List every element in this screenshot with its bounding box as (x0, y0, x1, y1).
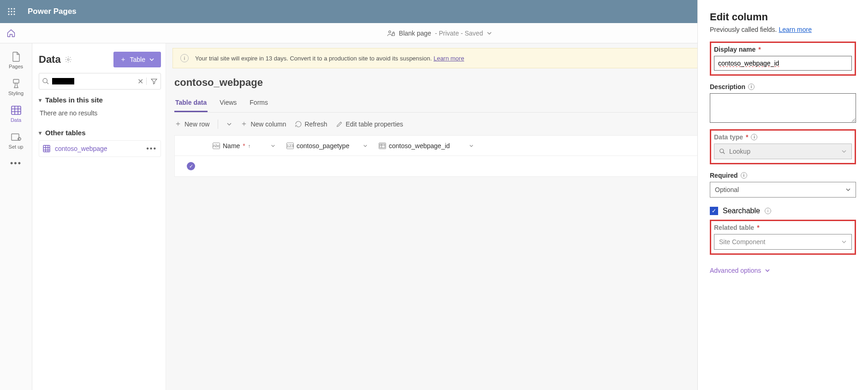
table-search[interactable]: ✕ (39, 73, 161, 90)
related-table-select: Site Component (714, 234, 852, 250)
chevron-down-icon[interactable] (363, 144, 368, 148)
table-icon (43, 145, 50, 152)
chevron-down-icon[interactable] (469, 144, 474, 148)
related-table-label: Related table (714, 224, 754, 231)
svg-point-19 (720, 149, 724, 153)
svg-rect-11 (13, 79, 19, 83)
svg-point-14 (18, 138, 21, 140)
svg-point-9 (389, 30, 391, 33)
new-column-label: New column (250, 120, 286, 128)
advanced-options-toggle[interactable]: Advanced options (710, 267, 856, 274)
svg-point-2 (13, 8, 15, 9)
svg-point-8 (13, 13, 15, 15)
tab-table-data[interactable]: Table data (174, 94, 208, 112)
advanced-options-label: Advanced options (710, 267, 761, 274)
chevron-down-icon[interactable] (271, 144, 275, 148)
search-icon (719, 148, 725, 155)
new-row-split-chevron[interactable] (226, 121, 232, 127)
plus-icon: ＋ (240, 119, 248, 129)
rail-item-pages[interactable]: Pages (0, 48, 32, 73)
pencil-icon (336, 120, 343, 128)
svg-point-7 (11, 13, 12, 15)
lookup-type-icon (379, 143, 386, 149)
info-icon[interactable]: i (741, 172, 747, 179)
table-list-item[interactable]: contoso_webpage ••• (39, 140, 161, 157)
rail-item-data[interactable]: Data (0, 102, 32, 126)
search-query-redacted (52, 78, 74, 84)
rail-label: Styling (8, 90, 24, 96)
flyout-learn-more-link[interactable]: Learn more (779, 26, 812, 33)
related-table-value: Site Component (719, 238, 765, 246)
filter-icon[interactable] (146, 78, 158, 85)
chevron-down-icon: ▾ (39, 130, 42, 136)
banner-text: Your trial site will expire in 13 days. … (195, 55, 432, 62)
side-panel-title: Data (39, 54, 61, 66)
brand-title: Power Pages (28, 7, 77, 16)
rail-label: Pages (9, 64, 23, 69)
chevron-down-icon (841, 149, 847, 154)
rail-label: Data (11, 117, 21, 123)
data-type-label: Data type (714, 133, 743, 141)
rail-item-more[interactable]: ••• (0, 155, 32, 172)
page-name: Blank page (399, 30, 431, 37)
info-icon: i (180, 54, 189, 62)
search-icon (42, 78, 49, 85)
column-header-pagetype[interactable]: 123 contoso_pagetype (281, 142, 373, 150)
svg-point-16 (43, 78, 47, 83)
column-header-name[interactable]: Abc Name* ↑ (207, 142, 281, 150)
page-status[interactable]: Blank page - Private - Saved (387, 29, 492, 37)
sort-asc-icon: ↑ (248, 143, 251, 149)
display-name-label: Display name (714, 46, 755, 53)
col-label: contoso_webpage_id (389, 142, 450, 150)
svg-point-4 (11, 11, 12, 12)
home-icon[interactable] (6, 28, 17, 39)
page-visibility: Private (439, 30, 459, 37)
info-icon[interactable]: i (765, 208, 771, 214)
chevron-down-icon[interactable] (487, 30, 492, 36)
new-table-button[interactable]: ＋ Table (113, 52, 161, 67)
no-results-text: There are no results (39, 108, 161, 123)
rail-label: Set up (9, 144, 24, 150)
section-tables-in-site[interactable]: ▾ Tables in this site (39, 96, 161, 104)
separator (218, 120, 218, 129)
edit-table-properties-button[interactable]: Edit table properties (336, 120, 404, 128)
flyout-subtitle: Previously called fields. (710, 26, 777, 33)
refresh-label: Refresh (305, 120, 327, 128)
info-icon[interactable]: i (748, 84, 755, 90)
gear-icon[interactable] (65, 56, 72, 63)
new-column-button[interactable]: ＋New column (240, 119, 286, 129)
tab-views[interactable]: Views (219, 94, 238, 112)
plus-icon: ＋ (120, 55, 126, 64)
tab-forms[interactable]: Forms (249, 94, 269, 112)
section-other-tables[interactable]: ▾ Other tables (39, 129, 161, 137)
description-input[interactable] (710, 93, 856, 123)
data-type-value: Lookup (729, 148, 750, 155)
searchable-checkbox[interactable]: ✓ (710, 207, 718, 215)
banner-learn-more-link[interactable]: Learn more (434, 55, 464, 62)
clear-search-icon[interactable]: ✕ (135, 77, 146, 86)
highlight-display-name: Display name* (710, 42, 856, 76)
new-row-button[interactable]: ＋New row (174, 119, 209, 129)
required-select[interactable]: Optional (710, 182, 856, 198)
row-status-icon: ✓ (187, 162, 195, 170)
page-icon (11, 52, 21, 62)
svg-rect-18 (380, 144, 385, 147)
data-side-panel: Data ＋ Table ✕ ▾ Tables in (32, 43, 166, 390)
more-actions-icon[interactable]: ••• (146, 144, 157, 153)
rail-item-setup[interactable]: Set up (0, 128, 32, 153)
col-label: contoso_pagetype (297, 142, 349, 150)
info-icon[interactable]: i (751, 134, 757, 140)
edit-column-panel: Edit column Previously called fields. Le… (697, 0, 868, 390)
edit-props-label: Edit table properties (346, 120, 404, 128)
display-name-input[interactable] (714, 56, 852, 71)
left-nav-rail: Pages Styling Data Set up ••• (0, 43, 32, 390)
setup-icon (11, 132, 21, 142)
refresh-button[interactable]: Refresh (295, 120, 327, 128)
rail-item-styling[interactable]: Styling (0, 75, 32, 100)
column-header-webpageid[interactable]: contoso_webpage_id (373, 142, 479, 150)
svg-point-6 (8, 13, 9, 15)
svg-point-5 (13, 11, 15, 12)
table-name: contoso_webpage (55, 145, 107, 152)
flyout-title: Edit column (710, 11, 856, 23)
app-launcher-icon[interactable] (5, 5, 18, 18)
